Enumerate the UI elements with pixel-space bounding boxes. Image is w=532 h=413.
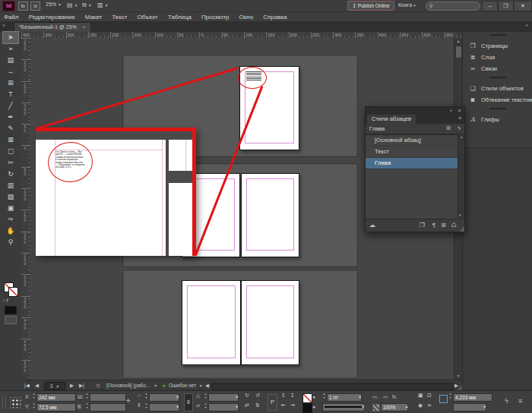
minimize-button[interactable]: – [482, 1, 498, 11]
dock-panel-button[interactable]: ∞ Связи [463, 63, 532, 74]
cc-sync-icon[interactable]: ☁ [369, 222, 375, 229]
tool-button[interactable]: ✑ [3, 214, 18, 225]
page-4[interactable] [182, 280, 241, 365]
menu-item[interactable]: Файл [4, 14, 19, 20]
stroke-color-swatch[interactable] [302, 393, 312, 403]
close-button[interactable]: ✕ [514, 1, 532, 11]
effects-fx-icon[interactable]: fx. [392, 393, 397, 401]
tool-button[interactable]: ⊞ [3, 77, 18, 89]
tool-button[interactable]: ▢ [3, 146, 18, 157]
gradient-feather-icon[interactable]: ◉ [418, 402, 423, 408]
align-icon-3[interactable]: ⇤ [281, 402, 286, 408]
preflight-status-dropdown[interactable]: Ошибок нет ▼ [169, 380, 203, 390]
view-options-dropdown[interactable]: ▤▼ [67, 2, 78, 8]
scroll-down-icon[interactable]: ▼ [454, 373, 462, 380]
align-icon-2[interactable]: ↧ [290, 393, 295, 399]
search-input[interactable]: ⚲ [426, 2, 480, 11]
next-page-button[interactable]: ▶ [70, 380, 74, 390]
stock-icon[interactable]: St [30, 2, 40, 11]
tool-button[interactable]: ▥ [3, 180, 18, 191]
tool-button[interactable]: ▣ [3, 203, 18, 214]
dock-panel-button[interactable]: ❐ Страницы [463, 40, 532, 52]
height-field[interactable] [90, 403, 126, 411]
close-panel-icon[interactable]: ✕ [458, 108, 461, 113]
panel-drag-bar[interactable]: « ✕ [366, 107, 464, 114]
tool-button[interactable]: ➢ [3, 43, 18, 55]
page-3[interactable] [241, 173, 299, 257]
tool-button[interactable]: ↻ [3, 169, 18, 180]
tool-button[interactable]: ▨ [3, 191, 18, 203]
tool-button[interactable]: ▤ [3, 55, 18, 66]
scale-x-field[interactable] [149, 393, 179, 402]
scale-x-stepper[interactable]: ▲▼ [144, 393, 148, 401]
drop-shadow-icon[interactable]: ▣ [418, 393, 423, 399]
flip-vertical-icon[interactable]: ⇅ [255, 402, 260, 408]
constrain-dimensions-icon[interactable]: ✛ [126, 398, 131, 404]
new-style-icon[interactable]: ⊞ [441, 222, 446, 229]
quick-apply-icon[interactable]: ϟ [458, 125, 461, 131]
dock-panel-button[interactable]: ❏ Стили объектов [463, 83, 532, 94]
collapse-panel-icon[interactable]: « [450, 108, 452, 112]
link-scale-icon[interactable]: 8 [184, 393, 193, 411]
control-panel-menu-icon[interactable]: ≡ [518, 397, 522, 405]
tool-button[interactable]: ╱ [3, 100, 18, 112]
dock-panel-button[interactable]: ≣ Слои [463, 52, 532, 63]
rotate-ccw-icon[interactable]: ↺ [255, 393, 260, 399]
tool-button[interactable]: ✒ [3, 112, 18, 123]
quick-apply-icon[interactable]: ϟ [505, 397, 508, 405]
style-list-item[interactable]: Глава [366, 158, 458, 169]
opacity-field[interactable]: 100% [381, 403, 408, 411]
corner-options-icon[interactable]: ▭. [372, 393, 378, 401]
zoom-level-dropdown[interactable]: 25%▼ [46, 2, 62, 7]
dock-panel-button[interactable] [463, 34, 532, 40]
scroll-left-icon[interactable]: ◀ [205, 380, 209, 390]
panel-grip[interactable] [2, 396, 6, 409]
stroke-weight-caret[interactable]: ▾ [359, 393, 361, 401]
scale-x-caret[interactable]: ▾ [176, 393, 179, 401]
bridge-icon[interactable]: Br [18, 2, 28, 11]
stroke-weight-stepper[interactable]: ▲▼ [322, 393, 326, 401]
page-5[interactable] [241, 280, 299, 365]
opacity-caret[interactable]: ▸ [406, 403, 408, 411]
menu-item[interactable]: Таблица [168, 14, 192, 20]
panel-scrollbar[interactable]: ▴▾ [458, 134, 464, 218]
menu-item[interactable]: Объект [137, 14, 157, 20]
fill-color-swatch[interactable] [302, 403, 312, 413]
previous-page-button[interactable]: ◀ [35, 380, 39, 390]
tool-button[interactable]: ➤ [3, 32, 18, 43]
rotation-field[interactable] [208, 393, 239, 402]
stroke-swatch-caret[interactable]: ▸ [313, 393, 315, 401]
preflight-menu-icon[interactable]: ◷ [96, 380, 100, 390]
tool-button[interactable]: ✎ [3, 123, 18, 134]
panel-resize-grip[interactable] [459, 226, 464, 232]
scale-y-stepper[interactable]: ▲▼ [144, 402, 148, 411]
first-page-button[interactable]: |◀ [24, 380, 30, 390]
select-container-icon[interactable]: P [268, 394, 277, 411]
corner-radius-stepper[interactable]: ▲▼ [448, 393, 452, 401]
restore-button[interactable]: ❐ [498, 1, 514, 11]
align-icon-1[interactable]: ↥ [281, 393, 286, 399]
tool-button[interactable]: ✋ [3, 225, 18, 237]
panel-menu-icon[interactable]: ≡ [458, 115, 461, 121]
screen-mode-dropdown[interactable]: ⧉▼ [82, 2, 92, 9]
dock-panel-button[interactable]: ◙ Обтекание текстом [463, 94, 532, 106]
style-list-item[interactable]: Текст [366, 147, 458, 158]
dock-panel-button[interactable]: A Глифы [463, 114, 532, 125]
x-position-field[interactable]: 242 мм [36, 393, 76, 402]
frame-fitting-icon[interactable]: ⊡ [427, 393, 432, 399]
y-position-field[interactable]: 72,5 мм [36, 403, 76, 411]
arrange-documents-dropdown[interactable]: ▥▼ [97, 2, 109, 8]
rotation-stepper[interactable]: ▲▼ [204, 393, 207, 401]
dock-collapse-icon[interactable]: « [525, 23, 528, 28]
workspace-switcher[interactable]: Книга▾ [398, 2, 416, 8]
width-field[interactable] [90, 393, 126, 402]
corner-radius-field[interactable]: 4,233 мм [453, 393, 492, 402]
stroke-type-caret[interactable]: ▾ [362, 403, 364, 411]
page-number-field[interactable]: 3 ▼ [44, 382, 65, 390]
tool-button[interactable]: ↔ [3, 66, 18, 77]
corner-type-caret[interactable]: ▾ [483, 403, 486, 411]
style-list-item[interactable]: [Основной абзац] [366, 135, 458, 147]
scale-y-field[interactable] [149, 403, 179, 411]
apply-color-button[interactable] [5, 306, 17, 314]
horizontal-scrollbar[interactable] [211, 383, 454, 390]
